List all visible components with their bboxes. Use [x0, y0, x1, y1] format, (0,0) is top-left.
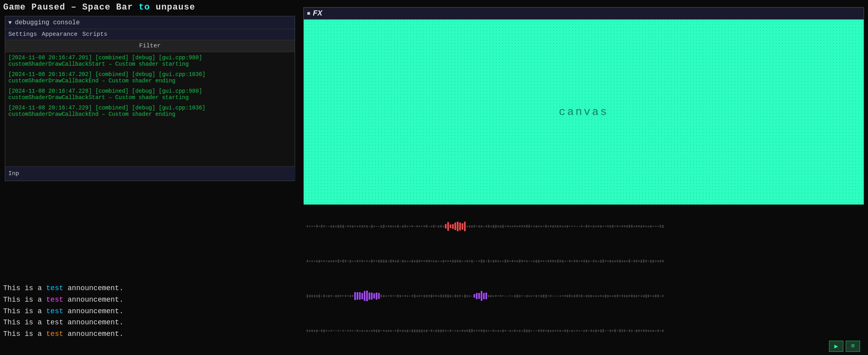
waveform-row-3	[303, 288, 864, 304]
waveform-row-1	[303, 218, 864, 234]
debug-title-bar: ▼ debugging console	[5, 16, 295, 29]
menu-scripts[interactable]: Scripts	[82, 31, 107, 38]
fx-title: FX	[313, 9, 322, 18]
log-header: [2024-11-08 20:16:47.228] [combined] [de…	[8, 88, 291, 94]
announcement-4: This is a test announcement.	[3, 317, 124, 328]
collapse-triangle-icon[interactable]: ▼	[8, 20, 12, 26]
canvas-label: canvas	[559, 106, 609, 118]
log-header: [2024-11-08 20:16:47.201] [combined] [de…	[8, 55, 291, 61]
menu-settings[interactable]: Settings	[8, 31, 37, 38]
waveform-row-4	[303, 323, 864, 339]
log-message: customShaderDrawCallbackEnd – Custom sha…	[8, 78, 291, 84]
announcement-1: This is a test announcement.	[3, 283, 124, 294]
announcement-5: This is a test announcement.	[3, 328, 124, 340]
waveform-row-2	[303, 253, 864, 269]
fx-title-bar: ■ FX	[304, 8, 864, 20]
announcement-keyword: test	[46, 284, 63, 292]
menu-appearance[interactable]: Appearance	[42, 31, 78, 38]
log-message: customShaderDrawCallbackEnd – Custom sha…	[8, 111, 291, 117]
filter-input[interactable]	[5, 43, 295, 49]
log-header: [2024-11-08 20:16:47.229] [combined] [de…	[8, 105, 291, 111]
menu-button[interactable]: ≡	[846, 341, 860, 352]
log-header: [2024-11-08 20:16:47.202] [combined] [de…	[8, 71, 291, 78]
fx-canvas: canvas	[304, 20, 864, 205]
input-label: Inp	[8, 170, 19, 177]
announcement-keyword: test	[46, 296, 63, 304]
log-entry: [2024-11-08 20:16:47.228] [combined] [de…	[8, 88, 291, 101]
log-message: customShaderDrawCallbackStart – Custom s…	[8, 61, 291, 67]
log-message: customShaderDrawCallbackStart – Custom s…	[8, 94, 291, 101]
announcement-keyword: test	[46, 330, 63, 338]
title-text: Game Paused – Space Bar to unpause	[3, 2, 195, 12]
filter-bar	[5, 40, 295, 52]
debug-console-window: ▼ debugging console Settings Appearance …	[5, 16, 295, 181]
log-entry: [2024-11-08 20:16:47.229] [combined] [de…	[8, 105, 291, 117]
fx-dot-icon: ■	[307, 10, 310, 17]
debug-console-title: debugging console	[15, 19, 80, 26]
announcement-keyword: test	[46, 307, 63, 315]
title-bar: Game Paused – Space Bar to unpause	[0, 0, 298, 14]
log-entry: [2024-11-08 20:16:47.202] [combined] [de…	[8, 71, 291, 84]
announcement-3: This is a test announcement.	[3, 306, 124, 317]
title-keyword: to	[139, 2, 150, 12]
announcement-2: This is a test announcement.	[3, 294, 124, 306]
log-entry: [2024-11-08 20:16:47.201] [combined] [de…	[8, 55, 291, 67]
play-button[interactable]: ▶	[829, 341, 843, 352]
fx-window: ■ FX canvas	[303, 7, 864, 204]
announcements-area: This is a test announcement. This is a t…	[0, 279, 127, 343]
waveform-area	[303, 205, 864, 352]
input-bar: Inp	[5, 166, 295, 181]
log-area[interactable]: [2024-11-08 20:16:47.201] [combined] [de…	[5, 52, 295, 167]
debug-menu-bar: Settings Appearance Scripts	[5, 29, 295, 40]
bottom-controls: ▶ ≡	[829, 341, 860, 352]
